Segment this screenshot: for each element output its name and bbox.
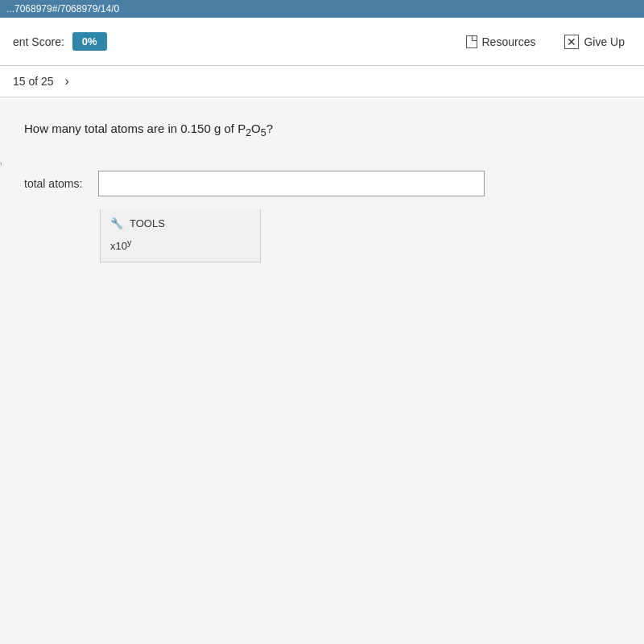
nav-bar: 15 of 25 ›: [0, 66, 644, 97]
question-counter: 15 of 25: [13, 75, 54, 88]
give-up-icon: ✕: [564, 35, 579, 49]
score-section: ent Score: 0%: [13, 32, 460, 51]
give-up-label: Give Up: [584, 35, 625, 48]
score-badge: 0%: [72, 32, 107, 51]
wrench-icon: 🔧: [110, 217, 123, 229]
question-prefix: How many total atoms are in 0.150 g of P: [24, 122, 246, 135]
resources-button[interactable]: Resources: [460, 32, 543, 52]
give-up-button[interactable]: ✕ Give Up: [558, 31, 631, 52]
main-content: © Macmilian Learning How many total atom…: [0, 97, 644, 644]
tools-menu-item[interactable]: 🔧 TOOLS: [101, 213, 260, 234]
tools-label: TOOLS: [130, 217, 165, 229]
question-text: How many total atoms are in 0.150 g of P…: [24, 122, 628, 138]
question-subscript5: 5: [261, 127, 266, 138]
x10-label: x10: [110, 240, 127, 252]
url-bar: ...7068979#/7068979/14/0: [0, 0, 644, 18]
score-label: ent Score:: [13, 35, 64, 48]
url-text: ...7068979#/7068979/14/0: [6, 3, 119, 14]
tools-dropdown: 🔧 TOOLS x10y: [100, 209, 261, 262]
next-question-arrow[interactable]: ›: [60, 72, 74, 90]
question-end: ?: [266, 122, 273, 135]
watermark: © Macmilian Learning: [0, 162, 2, 235]
answer-row: total atoms:: [24, 171, 628, 196]
x10-superscript: y: [127, 237, 131, 247]
x10-menu-item[interactable]: x10y: [101, 234, 260, 258]
answer-label: total atoms:: [24, 177, 89, 190]
total-atoms-input[interactable]: [98, 171, 485, 196]
header: ent Score: 0% Resources ✕ Give Up: [0, 18, 644, 66]
header-actions: Resources ✕ Give Up: [460, 31, 632, 52]
document-icon: [466, 35, 477, 48]
question-mid: O: [251, 122, 261, 135]
resources-label: Resources: [482, 35, 536, 48]
